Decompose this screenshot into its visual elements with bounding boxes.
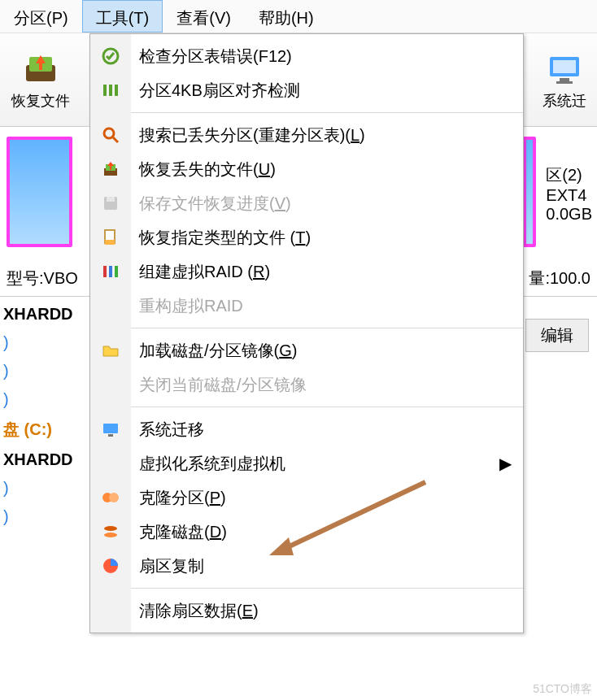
mi-system-migrate[interactable]: 系统迁移 [90, 412, 523, 446]
mi-load-image[interactable]: 加载磁盘/分区镜像(G) [90, 333, 523, 367]
svg-rect-15 [107, 197, 115, 202]
mi-virtualize-label: 虚拟化系统到虚拟机 [131, 453, 285, 475]
svg-line-11 [113, 137, 118, 142]
svg-rect-4 [560, 78, 569, 81]
mi-build-raid[interactable]: 组建虚拟RAID (R) [90, 254, 523, 289]
mi-check-partition[interactable]: 检查分区表错误(F12) [90, 39, 523, 73]
mi-search-lost[interactable]: 搜索已丢失分区(重建分区表)(L) [90, 118, 523, 152]
svg-rect-5 [556, 81, 573, 84]
mi-clear-sector-label: 清除扇区数据(E) [131, 600, 259, 622]
sector-copy-icon [90, 557, 131, 575]
raid-icon [90, 263, 131, 280]
mi-sector-copy-label: 扇区复制 [131, 555, 204, 577]
svg-rect-8 [109, 85, 112, 96]
svg-rect-9 [115, 85, 118, 96]
check-icon [90, 47, 131, 65]
monitor-icon [90, 420, 131, 438]
tools-dropdown: 检查分区表错误(F12) 分区4KB扇区对齐检测 搜索已丢失分区(重建分区表)(… [89, 33, 524, 633]
menu-separator [131, 112, 523, 113]
mi-clear-sector[interactable]: 清除扇区数据(E) [90, 593, 523, 628]
mi-recover-lost-label: 恢复丢失的文件(U) [131, 159, 276, 180]
mi-clone-disk[interactable]: 克隆磁盘(D) [90, 515, 523, 549]
watermark: 51CTO博客 [533, 682, 592, 697]
mi-search-lost-label: 搜索已丢失分区(重建分区表)(L) [131, 124, 365, 146]
svg-rect-17 [105, 240, 115, 245]
svg-rect-19 [109, 266, 112, 277]
mi-save-progress: 保存文件恢复进度(V) [90, 186, 523, 220]
disk-model: 型号:VBO [7, 269, 78, 287]
part-name: 区(2) [546, 164, 592, 186]
mi-4k-align-label: 分区4KB扇区对齐检测 [131, 80, 300, 102]
disk-capacity: 量:100.0 [529, 267, 590, 289]
svg-rect-21 [103, 424, 118, 433]
system-button-right[interactable]: 系统迁 [532, 33, 597, 126]
svg-rect-18 [103, 266, 107, 277]
svg-rect-3 [553, 60, 576, 73]
mi-sector-copy[interactable]: 扇区复制 [90, 549, 523, 583]
mi-save-progress-label: 保存文件恢复进度(V) [131, 193, 291, 215]
mi-build-raid-label: 组建虚拟RAID (R) [131, 261, 270, 283]
mi-virtualize[interactable]: 虚拟化系统到虚拟机 ▶ [90, 446, 523, 480]
svg-rect-7 [103, 85, 107, 96]
mi-check-partition-label: 检查分区表错误(F12) [131, 46, 292, 67]
partition-block-left[interactable] [5, 135, 74, 249]
mi-close-image: 关闭当前磁盘/分区镜像 [90, 367, 523, 402]
menu-view[interactable]: 查看(V) [163, 0, 245, 33]
submenu-arrow-icon: ▶ [499, 454, 523, 473]
svg-point-25 [104, 526, 117, 531]
mi-clone-partition[interactable]: 克隆分区(P) [90, 480, 523, 515]
partition-block-right[interactable] [521, 135, 538, 249]
mi-rebuild-raid: 重构虚拟RAID [90, 289, 523, 323]
svg-rect-22 [108, 434, 113, 437]
save-icon [90, 194, 131, 212]
system-label-right: 系统迁 [543, 91, 586, 111]
svg-point-24 [109, 493, 119, 502]
menu-tools[interactable]: 工具(T) [82, 0, 163, 33]
folder-icon [90, 341, 131, 359]
svg-point-10 [104, 128, 114, 138]
part-fs: EXT4 [546, 186, 592, 205]
mi-clone-partition-label: 克隆分区(P) [131, 487, 226, 509]
align-icon [90, 81, 131, 99]
partition-info: 区(2) EXT4 0.0GB [543, 135, 592, 253]
menu-separator [131, 328, 523, 328]
mi-load-image-label: 加载磁盘/分区镜像(G) [131, 340, 297, 362]
file-type-icon [90, 228, 131, 246]
menu-help[interactable]: 帮助(H) [245, 0, 328, 33]
mi-clone-disk-label: 克隆磁盘(D) [131, 521, 227, 543]
svg-rect-20 [115, 266, 118, 277]
recover-files-label: 恢复文件 [11, 91, 70, 111]
menu-partition[interactable]: 分区(P) [0, 0, 82, 33]
mi-system-migrate-label: 系统迁移 [131, 419, 204, 441]
recover-icon [90, 160, 131, 178]
part-size: 0.0GB [546, 205, 592, 224]
mi-close-image-label: 关闭当前磁盘/分区镜像 [131, 374, 307, 396]
mi-recover-type[interactable]: 恢复指定类型的文件 (T) [90, 220, 523, 254]
clone-disk-icon [90, 523, 131, 541]
menu-separator [131, 588, 523, 589]
mi-recover-lost[interactable]: 恢复丢失的文件(U) [90, 152, 523, 186]
recover-files-icon [21, 49, 60, 88]
mi-4k-align[interactable]: 分区4KB扇区对齐检测 [90, 73, 523, 107]
mi-rebuild-raid-label: 重构虚拟RAID [131, 295, 243, 317]
menubar: 分区(P) 工具(T) 查看(V) 帮助(H) [0, 0, 597, 33]
search-icon [90, 126, 131, 144]
mi-recover-type-label: 恢复指定类型的文件 (T) [131, 227, 311, 249]
menu-separator [131, 407, 523, 407]
system-icon [545, 49, 584, 88]
svg-point-26 [104, 533, 117, 537]
clone-part-icon [90, 489, 131, 507]
recover-files-button[interactable]: 恢复文件 [0, 33, 81, 126]
